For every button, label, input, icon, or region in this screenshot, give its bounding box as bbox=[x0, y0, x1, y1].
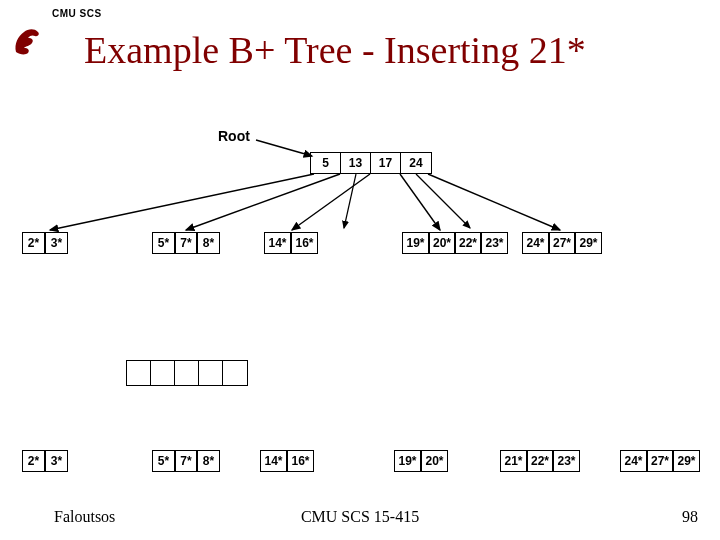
leaf-entry: 21* bbox=[501, 451, 527, 471]
leaf-entry: 23* bbox=[553, 451, 579, 471]
leaf-entry: 20* bbox=[421, 451, 447, 471]
leaf-entry: 29* bbox=[673, 451, 699, 471]
footer-author: Faloutsos bbox=[54, 508, 115, 526]
leaf-entry: 2* bbox=[23, 451, 45, 471]
root-key: 5 bbox=[311, 153, 341, 173]
leaf-entry: 27* bbox=[647, 451, 673, 471]
empty-cell bbox=[151, 361, 175, 385]
tree2-leaf: 14* 16* bbox=[260, 450, 314, 472]
leaf-entry: 14* bbox=[265, 233, 291, 253]
leaf-entry: 5* bbox=[153, 451, 175, 471]
tree2-leaf: 5* 7* 8* bbox=[152, 450, 220, 472]
leaf-entry: 14* bbox=[261, 451, 287, 471]
tree1-leaf: 14* 16* bbox=[264, 232, 318, 254]
leaf-entry: 8* bbox=[197, 451, 219, 471]
leaf-entry: 3* bbox=[45, 233, 67, 253]
leaf-entry: 22* bbox=[455, 233, 481, 253]
leaf-entry: 24* bbox=[621, 451, 647, 471]
leaf-entry: 24* bbox=[523, 233, 549, 253]
tree1-leaf: 24* 27* 29* bbox=[522, 232, 602, 254]
svg-line-7 bbox=[416, 174, 470, 228]
griffin-logo bbox=[10, 22, 46, 62]
empty-cell bbox=[223, 361, 247, 385]
empty-cell bbox=[199, 361, 223, 385]
leaf-entry: 7* bbox=[175, 233, 197, 253]
tree2-leaf: 2* 3* bbox=[22, 450, 68, 472]
arrows-overlay bbox=[0, 0, 720, 540]
leaf-entry: 23* bbox=[481, 233, 507, 253]
leaf-entry: 16* bbox=[287, 451, 313, 471]
svg-line-4 bbox=[400, 174, 440, 230]
svg-line-6 bbox=[344, 174, 356, 228]
leaf-entry: 5* bbox=[153, 233, 175, 253]
tree2-leaf: 19* 20* bbox=[394, 450, 448, 472]
leaf-entry: 19* bbox=[403, 233, 429, 253]
empty-cell bbox=[175, 361, 199, 385]
tree1-leaf: 2* 3* bbox=[22, 232, 68, 254]
tree1-leaf: 19* 20* 22* 23* bbox=[402, 232, 508, 254]
tree1-leaf: 5* 7* 8* bbox=[152, 232, 220, 254]
root-key: 13 bbox=[341, 153, 371, 173]
tree1-root-node: 5 13 17 24 bbox=[310, 152, 432, 174]
leaf-entry: 19* bbox=[395, 451, 421, 471]
slide-title: Example B+ Tree - Inserting 21* bbox=[84, 28, 586, 72]
leaf-entry: 16* bbox=[291, 233, 317, 253]
svg-line-2 bbox=[186, 174, 340, 230]
root-key: 24 bbox=[401, 153, 431, 173]
svg-line-1 bbox=[50, 174, 314, 230]
leaf-entry: 3* bbox=[45, 451, 67, 471]
leaf-entry: 8* bbox=[197, 233, 219, 253]
root-key: 17 bbox=[371, 153, 401, 173]
empty-cell bbox=[127, 361, 151, 385]
svg-line-5 bbox=[428, 174, 560, 230]
footer-slide-number: 98 bbox=[682, 508, 698, 526]
leaf-entry: 29* bbox=[575, 233, 601, 253]
leaf-entry: 27* bbox=[549, 233, 575, 253]
tree2-leaf: 24* 27* 29* bbox=[620, 450, 700, 472]
root-label: Root bbox=[218, 128, 250, 144]
leaf-entry: 7* bbox=[175, 451, 197, 471]
svg-line-0 bbox=[256, 140, 312, 156]
footer-course: CMU SCS 15-415 bbox=[301, 508, 419, 526]
svg-line-3 bbox=[292, 174, 370, 230]
institution-label: CMU SCS bbox=[52, 8, 102, 19]
leaf-entry: 20* bbox=[429, 233, 455, 253]
tree2-root-node bbox=[126, 360, 248, 386]
leaf-entry: 22* bbox=[527, 451, 553, 471]
tree2-leaf: 21* 22* 23* bbox=[500, 450, 580, 472]
leaf-entry: 2* bbox=[23, 233, 45, 253]
